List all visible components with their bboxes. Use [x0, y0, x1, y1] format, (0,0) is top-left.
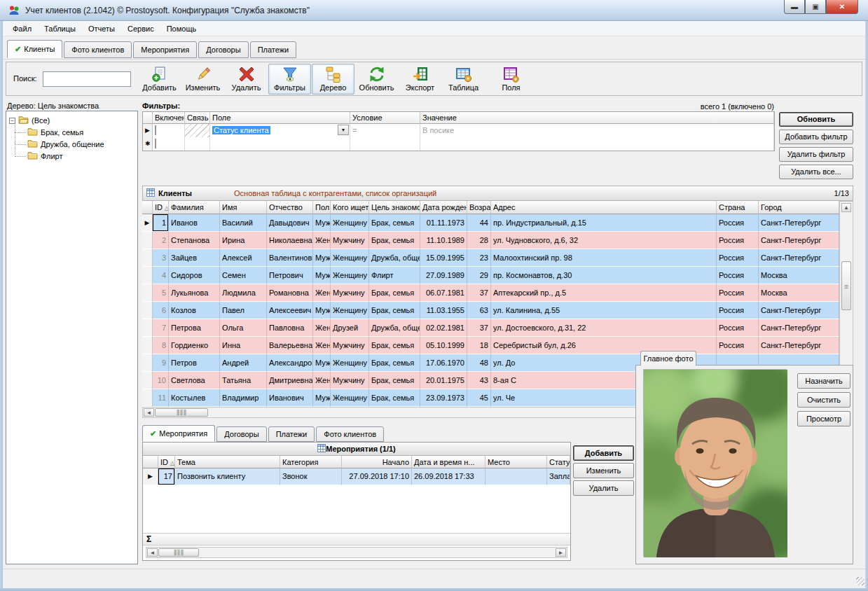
table-row[interactable]: 3ЗайцевАлексейВалентиновичМужЖенщинуДруж…: [142, 249, 839, 267]
filter-new-row[interactable]: ✱: [143, 137, 774, 151]
remove-all-filters-button[interactable]: Удалить все...: [779, 165, 853, 179]
column-header-1[interactable]: Фамилия: [169, 201, 220, 214]
table-row[interactable]: ▶17Позвонить клиентуЗвонок27.09.2018 17:…: [143, 468, 570, 485]
events-column-header-4[interactable]: Дата и время н...: [412, 456, 485, 468]
clear-photo-button[interactable]: Очистить: [797, 392, 850, 408]
menu-help[interactable]: Помощь: [160, 22, 203, 35]
edit-button[interactable]: Изменить: [181, 64, 224, 95]
tab-events[interactable]: Мероприятия: [133, 41, 197, 58]
tab-main-photo[interactable]: Главное фото: [640, 351, 696, 366]
filter-field-cell[interactable]: Статус клиента▼: [210, 124, 350, 137]
events-column-header-5[interactable]: Место: [485, 456, 547, 468]
refresh-button[interactable]: Обновить: [355, 64, 398, 95]
filters-button[interactable]: Фильтры: [268, 64, 311, 95]
maximize-button[interactable]: ▣: [805, 0, 826, 14]
column-header-2[interactable]: Имя: [220, 201, 267, 214]
filter-row[interactable]: ▶ Статус клиента▼ = В посике: [143, 124, 774, 137]
column-header-7[interactable]: Дата рождения: [420, 201, 467, 214]
row-marker: [142, 267, 153, 284]
table-cell: Брак, семья: [369, 232, 420, 249]
events-column-header-6[interactable]: Статус: [547, 456, 570, 468]
table-button[interactable]: Таблица: [442, 64, 485, 95]
table-cell: 29: [467, 267, 491, 284]
detail-tab-contracts[interactable]: Договоры: [216, 426, 266, 442]
detail-tab-client-photos[interactable]: Фото клиентов: [316, 426, 384, 442]
column-header-9[interactable]: Адрес: [491, 201, 717, 214]
scroll-left-icon[interactable]: ◄: [144, 408, 154, 417]
add-event-button[interactable]: Добавить: [573, 445, 634, 461]
add-button[interactable]: Добавить: [138, 64, 181, 95]
tab-contracts[interactable]: Договоры: [198, 41, 248, 58]
column-header-4[interactable]: Пол: [313, 201, 331, 214]
tab-client-photos[interactable]: Фото клиентов: [64, 41, 132, 58]
tree-button[interactable]: Дерево: [312, 64, 354, 95]
menu-file[interactable]: Файл: [6, 22, 38, 35]
table-row[interactable]: 8ГордиенкоИннаВалерьевнаЖенМужчинуБрак, …: [142, 337, 839, 354]
tree-item[interactable]: Дружба, общение: [27, 139, 104, 150]
filter-condition-cell[interactable]: =: [350, 124, 420, 137]
table-row[interactable]: 2СтепановаИринаНиколаевнаЖенМужчинуБрак,…: [142, 232, 839, 249]
detail-tab-payments[interactable]: Платежи: [268, 426, 315, 442]
tree-item[interactable]: Флирт: [27, 151, 62, 162]
delete-button[interactable]: Удалить: [225, 64, 268, 95]
dropdown-icon[interactable]: ▼: [338, 125, 349, 135]
table-row[interactable]: 5ЛукьяноваЛюдмилаРомановнаЖенМужчинуБрак…: [142, 284, 839, 302]
grid-icon: [146, 188, 155, 198]
table-cell: 4: [153, 267, 169, 284]
column-header-6[interactable]: Цель знакомства: [369, 201, 420, 214]
detail-tab-events[interactable]: ✔Мероприятия: [142, 425, 215, 442]
filter-value-cell[interactable]: В посике: [420, 124, 774, 137]
menu-tables[interactable]: Таблицы: [38, 22, 82, 35]
table-cell: Позвонить клиенту: [175, 468, 280, 485]
menu-reports[interactable]: Отчеты: [82, 22, 121, 35]
collapse-icon[interactable]: −: [9, 118, 15, 124]
table-row[interactable]: ▶1ИвановВасилийДавыдовичМужЖенщинуБрак, …: [142, 214, 839, 232]
checkbox[interactable]: [155, 125, 156, 135]
menu-service[interactable]: Сервис: [121, 22, 160, 35]
column-header-10[interactable]: Страна: [717, 201, 759, 214]
close-button[interactable]: ✕: [826, 0, 858, 14]
events-column-header-1[interactable]: Тема: [175, 456, 280, 468]
fields-button[interactable]: Поля: [490, 64, 532, 95]
table-row[interactable]: 7ПетроваОльгаПавловнаЖенДрузейДружба, об…: [142, 319, 839, 337]
search-input[interactable]: [43, 71, 131, 87]
events-horizontal-scrollbar[interactable]: ◄ ⦀⦀⦀ ►: [146, 547, 567, 558]
horizontal-scroll-thumb[interactable]: ⦀⦀⦀: [155, 408, 208, 417]
table-cell: Муж: [313, 389, 331, 407]
scroll-right-icon[interactable]: ►: [556, 548, 566, 557]
table-cell: Петрович: [267, 267, 313, 284]
events-column-header-3[interactable]: Начало: [342, 456, 412, 468]
column-header-5[interactable]: Кого ищет: [331, 201, 369, 214]
column-header-11[interactable]: Город: [759, 201, 839, 214]
minimize-button[interactable]: ▬: [784, 0, 805, 14]
add-filter-button[interactable]: Добавить фильтр: [779, 130, 853, 144]
table-row[interactable]: 6КозловПавелАлексеевичМужЖенщинуБрак, се…: [142, 302, 839, 319]
vertical-scroll-thumb[interactable]: ≡: [841, 261, 851, 310]
assign-photo-button[interactable]: Назначить: [797, 373, 850, 389]
table-cell: 05.10.1999: [420, 337, 467, 354]
events-column-header-0[interactable]: ID △: [158, 456, 175, 468]
table-cell: 02.02.1981: [420, 319, 467, 337]
column-header-8[interactable]: Возраст: [467, 201, 491, 214]
events-column-header-2[interactable]: Категория: [280, 456, 342, 468]
edit-event-button[interactable]: Изменить: [573, 463, 634, 478]
scroll-left-icon[interactable]: ◄: [147, 548, 158, 557]
tab-clients[interactable]: ✔Клиенты: [7, 40, 62, 58]
tab-payments[interactable]: Платежи: [250, 41, 297, 58]
view-photo-button[interactable]: Просмотр: [797, 411, 850, 426]
export-button[interactable]: Экспорт: [399, 64, 441, 95]
scroll-up-icon[interactable]: ▲: [841, 203, 851, 212]
resize-grip[interactable]: [856, 577, 864, 585]
row-marker: [142, 389, 153, 407]
remove-filter-button[interactable]: Удалить фильтр: [779, 147, 853, 162]
table-cell: Флирт: [369, 267, 420, 284]
delete-event-button[interactable]: Удалить: [573, 480, 634, 496]
column-header-0[interactable]: ID △: [153, 201, 169, 214]
checkbox[interactable]: [155, 139, 156, 148]
tree-item[interactable]: Брак, семья: [27, 127, 83, 138]
horizontal-scroll-thumb[interactable]: ⦀⦀⦀: [158, 548, 199, 557]
table-cell: 8: [153, 337, 169, 354]
table-row[interactable]: 4СидоровСеменПетровичМужЖенщинуФлирт27.0…: [142, 267, 839, 284]
refresh-filters-button[interactable]: Обновить: [779, 112, 853, 127]
column-header-3[interactable]: Отчество: [267, 201, 313, 214]
